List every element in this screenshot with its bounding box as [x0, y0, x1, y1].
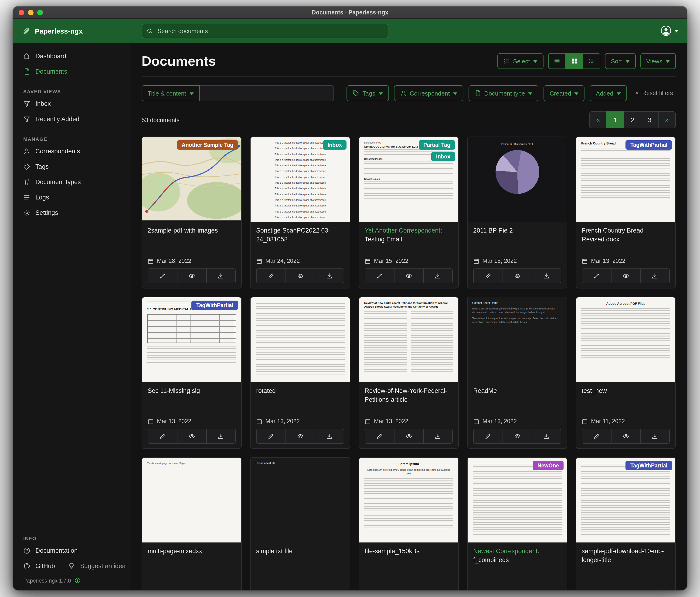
tags-filter-button[interactable]: Tags: [347, 85, 389, 101]
sidebar-item-dashboard[interactable]: Dashboard: [13, 48, 130, 64]
search-input[interactable]: [156, 27, 383, 35]
sidebar-item-correspondents[interactable]: Correspondents: [13, 144, 130, 159]
document-thumbnail[interactable]: Patient BP Distribution 2011: [468, 137, 567, 222]
sort-dropdown-button[interactable]: Sort: [605, 53, 635, 69]
document-type-filter-button[interactable]: Document type: [468, 85, 539, 101]
tag-newone[interactable]: NewOne: [533, 461, 564, 470]
edit-document-button[interactable]: [148, 429, 177, 443]
download-document-button[interactable]: [640, 429, 669, 443]
sidebar-item-inbox[interactable]: Inbox: [13, 96, 130, 111]
document-title-link[interactable]: Sec 11-Missing sig: [148, 387, 200, 394]
download-document-button[interactable]: [423, 429, 452, 443]
sidebar-item-documentation[interactable]: Documentation: [13, 543, 130, 558]
document-title-link[interactable]: ReadMe: [473, 387, 497, 394]
document-title-link[interactable]: 2011 BP Pie 2: [473, 227, 513, 234]
edit-document-button[interactable]: [148, 269, 177, 283]
title-content-dropdown-button[interactable]: Title & content: [142, 85, 200, 101]
document-thumbnail[interactable]: Review of New York Federal Petitions for…: [359, 297, 458, 382]
download-document-button[interactable]: [532, 429, 561, 443]
pagination-page-2[interactable]: 2: [624, 111, 641, 128]
reset-filters-button[interactable]: Reset filters: [632, 90, 676, 97]
document-title-link[interactable]: file-sample_150kBs: [365, 548, 420, 555]
download-document-button[interactable]: [315, 429, 344, 443]
pagination-next-button[interactable]: »: [658, 111, 676, 128]
document-thumbnail[interactable]: Lorem ipsumLorem ipsum dolor sit amet, c…: [359, 458, 458, 543]
download-document-button[interactable]: [640, 269, 669, 283]
edit-document-button[interactable]: [365, 269, 394, 283]
document-title-link[interactable]: 2sample-pdf-with-images: [148, 227, 218, 234]
zoom-window-button[interactable]: [37, 9, 43, 15]
edit-document-button[interactable]: [365, 429, 394, 443]
brand[interactable]: Paperless-ngx: [13, 26, 142, 35]
preview-document-button[interactable]: [286, 269, 315, 283]
preview-document-button[interactable]: [394, 269, 423, 283]
view-grid-button[interactable]: [565, 53, 583, 69]
edit-document-button[interactable]: [474, 429, 503, 443]
sidebar-item-document-types[interactable]: Document types: [13, 174, 130, 190]
tag-tagwithpartial[interactable]: TagWithPartial: [192, 301, 238, 310]
sidebar-item-documents[interactable]: Documents: [13, 64, 130, 79]
user-menu[interactable]: [660, 25, 687, 37]
sidebar-item-settings[interactable]: Settings: [13, 205, 130, 220]
document-title-link[interactable]: sample-pdf-download-10-mb-longer-title: [582, 548, 664, 564]
edit-document-button[interactable]: [257, 269, 286, 283]
view-details-button[interactable]: [582, 53, 600, 69]
document-thumbnail[interactable]: This is a multi page document. Page 1.: [142, 458, 241, 543]
document-thumbnail[interactable]: Contact Sheet DemoGiven a set of image f…: [468, 297, 567, 382]
document-title-link[interactable]: multi-page-mixedxx: [148, 548, 202, 555]
pagination-page-1[interactable]: 1: [606, 111, 624, 128]
document-title-link[interactable]: Review-of-New-York-Federal-Petitions-art…: [365, 387, 447, 403]
document-title-link[interactable]: test_new: [582, 387, 607, 394]
preview-document-button[interactable]: [286, 429, 315, 443]
created-filter-button[interactable]: Created: [544, 85, 585, 101]
edit-document-button[interactable]: [582, 269, 611, 283]
document-title-link[interactable]: Sonstige ScanPC2022 03-24_081058: [256, 227, 330, 243]
document-title-link[interactable]: Yet Another Correspondent: Testing Email: [365, 227, 442, 243]
view-list-button[interactable]: [548, 53, 566, 69]
sidebar-item-logs[interactable]: Logs: [13, 190, 130, 205]
preview-document-button[interactable]: [177, 269, 206, 283]
document-title-link[interactable]: simple txt file: [256, 548, 293, 555]
document-thumbnail[interactable]: TagWithPartial: [576, 458, 675, 543]
preview-document-button[interactable]: [611, 429, 641, 443]
download-document-button[interactable]: [423, 269, 452, 283]
document-thumbnail[interactable]: Adobe Acrobat PDF Files: [576, 297, 675, 382]
edit-document-button[interactable]: [474, 269, 503, 283]
document-thumbnail[interactable]: 1.1 CONTINUING MEDICAL EDUCATagWithParti…: [142, 297, 241, 382]
document-title-link[interactable]: Newest Correspondent: f_combineds: [473, 548, 539, 564]
preview-document-button[interactable]: [394, 429, 423, 443]
download-document-button[interactable]: [315, 269, 344, 283]
sidebar-item-tags[interactable]: Tags: [13, 159, 130, 174]
tag-another-sample-tag[interactable]: Another Sample Tag: [177, 140, 238, 150]
document-thumbnail[interactable]: [251, 297, 350, 382]
pagination-prev-button[interactable]: «: [589, 111, 607, 128]
document-thumbnail[interactable]: French Country BreadTagWithPartial: [576, 137, 675, 222]
download-document-button[interactable]: [206, 429, 235, 443]
tag-tagwithpartial[interactable]: TagWithPartial: [626, 461, 672, 470]
preview-document-button[interactable]: [503, 429, 532, 443]
close-window-button[interactable]: [19, 9, 24, 15]
document-thumbnail[interactable]: NewOne: [468, 458, 567, 543]
document-thumbnail[interactable]: Another Sample Tag: [142, 137, 241, 222]
select-dropdown-button[interactable]: Select: [497, 53, 543, 69]
edit-document-button[interactable]: [257, 429, 286, 443]
tag-tagwithpartial[interactable]: TagWithPartial: [626, 140, 672, 150]
tag-inbox[interactable]: Inbox: [323, 140, 347, 150]
sidebar-item-github[interactable]: GitHub: [13, 558, 58, 574]
tag-inbox[interactable]: Inbox: [431, 152, 455, 161]
document-title-link[interactable]: French Country Bread Revised.docx: [582, 227, 644, 243]
sidebar-item-recently-added[interactable]: Recently Added: [13, 111, 130, 127]
document-title-link[interactable]: rotated: [256, 387, 276, 394]
preview-document-button[interactable]: [177, 429, 206, 443]
minimize-window-button[interactable]: [28, 9, 33, 15]
correspondent-filter-button[interactable]: Correspondent: [394, 85, 463, 101]
sidebar-item-suggest-an-idea[interactable]: Suggest an idea: [58, 558, 128, 574]
document-thumbnail[interactable]: Release NotesSimba ODBC Driver for SQL S…: [359, 137, 458, 222]
added-filter-button[interactable]: Added: [590, 85, 627, 101]
preview-document-button[interactable]: [611, 269, 641, 283]
document-thumbnail[interactable]: This is a test for the double space char…: [251, 137, 350, 222]
tag-partial-tag[interactable]: Partial Tag: [419, 140, 455, 150]
download-document-button[interactable]: [532, 269, 561, 283]
download-document-button[interactable]: [206, 269, 235, 283]
pagination-page-3[interactable]: 3: [641, 111, 658, 128]
